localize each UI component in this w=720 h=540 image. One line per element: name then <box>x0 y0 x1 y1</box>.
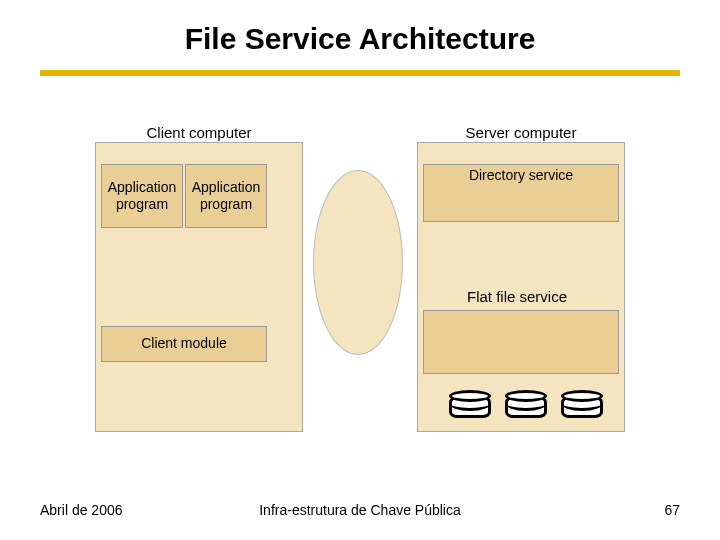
footer-page-number: 67 <box>664 502 680 518</box>
architecture-diagram: Client computer Server computer Applicat… <box>95 110 625 440</box>
server-computer-label: Server computer <box>417 124 625 141</box>
title-underline <box>40 70 680 76</box>
app1-line1: Application <box>108 179 177 195</box>
disk-icon <box>505 390 547 424</box>
app2-line1: Application <box>192 179 261 195</box>
app1-line2: program <box>116 196 168 212</box>
client-module-box: Client module <box>101 326 267 362</box>
client-computer-label: Client computer <box>95 124 303 141</box>
app2-line2: program <box>200 196 252 212</box>
disk-icon <box>449 390 491 424</box>
flat-file-service-box <box>423 310 619 374</box>
application-program-1: Application program <box>101 164 183 228</box>
flat-file-service-label: Flat file service <box>419 288 615 305</box>
disk-icon <box>561 390 603 424</box>
network-ellipse <box>313 170 403 355</box>
application-program-2: Application program <box>185 164 267 228</box>
slide-title: File Service Architecture <box>0 0 720 56</box>
footer-center: Infra-estrutura de Chave Pública <box>0 502 720 518</box>
disk-row <box>449 390 603 424</box>
directory-service-box: Directory service <box>423 164 619 222</box>
